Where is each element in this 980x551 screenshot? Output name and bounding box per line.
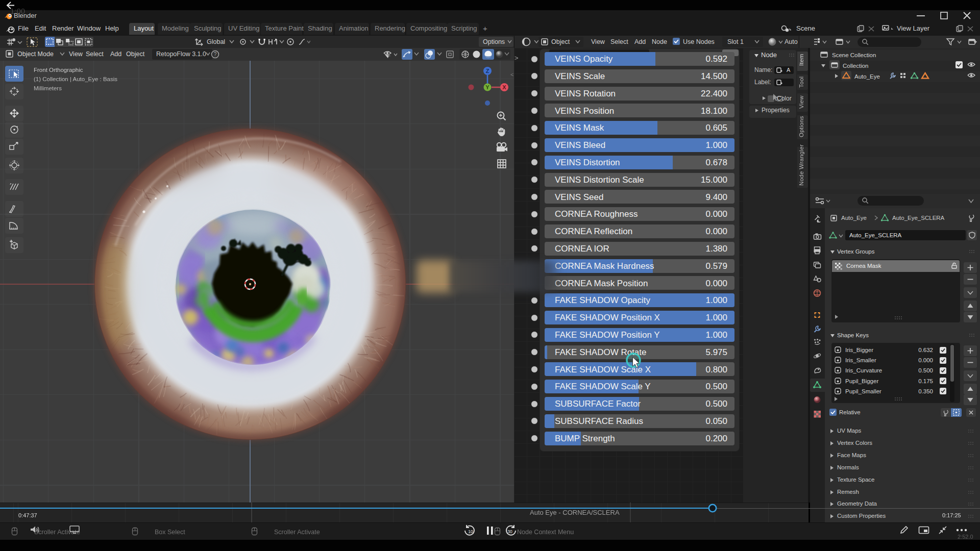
- svg-text:Z: Z: [486, 68, 489, 74]
- svg-text:30: 30: [507, 529, 512, 534]
- svg-text:?: ?: [214, 52, 217, 57]
- svg-text:10: 10: [468, 529, 473, 534]
- svg-text:Y: Y: [485, 84, 489, 90]
- svg-text:X: X: [502, 84, 506, 90]
